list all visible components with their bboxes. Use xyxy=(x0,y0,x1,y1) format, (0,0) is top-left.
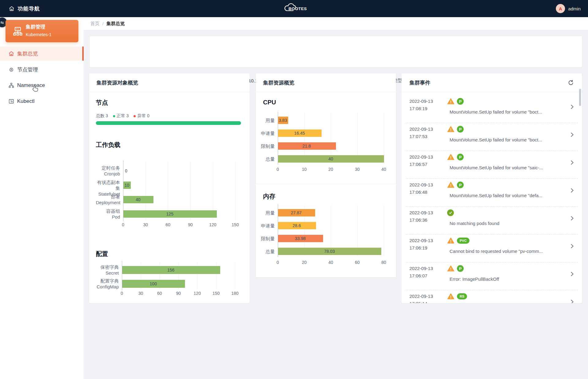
sidebar-item-集群总览[interactable]: 集群总览 xyxy=(0,47,84,61)
x-tick-label: 0 xyxy=(122,222,124,227)
chart-plot-area: 0102030403.8316.4521.840 xyxy=(278,111,384,177)
cluster-card-title: 集群管理 xyxy=(26,24,45,30)
divider xyxy=(256,92,396,92)
event-time: 17:06:36 xyxy=(409,217,427,223)
function-nav-button[interactable]: 功能导航 xyxy=(9,0,40,17)
nodes-legend: 总数 3 正常 3 异常 0 xyxy=(96,113,149,119)
warning-icon xyxy=(447,237,454,244)
workload-heading: 工作负载 xyxy=(96,141,120,149)
x-tick-label: 90 xyxy=(176,291,181,296)
cluster-tree-icon xyxy=(12,26,23,38)
category-label: 配置字典ConfigMap xyxy=(96,278,119,290)
cluster-card[interactable]: 集群管理 Kubernetes-1 xyxy=(6,20,78,42)
divider xyxy=(89,92,250,92)
event-row[interactable]: 2022-09-1317:06:57PMountVolume.SetUp fai… xyxy=(406,151,578,179)
normal-dot xyxy=(113,115,115,117)
x-tick-label: 60 xyxy=(166,222,171,227)
cluster-card-subtitle: Kubernetes-1 xyxy=(26,32,51,37)
sidebar-item-节点管理[interactable]: 节点管理 xyxy=(0,62,84,77)
category-label: 限制量 xyxy=(259,236,275,242)
event-icons: RS xyxy=(447,293,467,300)
sidebar-item-Namespace[interactable]: Namespace xyxy=(0,78,84,92)
event-icons xyxy=(447,209,454,216)
event-time: 17:08:19 xyxy=(409,106,427,111)
event-icons: P xyxy=(447,98,464,105)
gridline xyxy=(235,162,236,220)
chevron-right-icon[interactable] xyxy=(570,243,574,250)
x-tick-label: 60 xyxy=(157,291,162,296)
home-icon xyxy=(9,6,15,12)
event-row[interactable]: 2022-09-1317:05:14RS xyxy=(406,290,578,303)
x-tick-label: 40 xyxy=(328,260,333,265)
breadcrumb-home[interactable]: 首页 xyxy=(90,21,100,27)
brand-text: BOOTES xyxy=(288,6,307,11)
terminal-icon xyxy=(8,98,14,104)
event-row[interactable]: 2022-09-1317:06:07PError: ImagePullBackO… xyxy=(406,262,578,290)
bar-value-label: 16.45 xyxy=(294,131,305,136)
chevron-right-icon[interactable] xyxy=(570,271,574,278)
chevron-right-icon[interactable] xyxy=(570,299,574,303)
x-tick-label: 90 xyxy=(188,222,193,227)
cpu-heading: CPU xyxy=(263,99,276,106)
event-time: 17:05:14 xyxy=(409,301,427,303)
sidebar-menu: 集群总览节点管理NamespaceKubectl xyxy=(0,47,84,110)
sidebar-item-label: Namespace xyxy=(17,82,45,88)
event-icons: P xyxy=(447,265,464,272)
bar-value-label: 40 xyxy=(328,156,333,161)
bar-value-label: 100 xyxy=(150,281,157,286)
events-title: 集群事件 xyxy=(409,79,430,86)
refresh-icon xyxy=(568,81,574,87)
event-message: MountVolume.SetUp failed for volume "sai… xyxy=(450,165,569,170)
x-tick-label: 0 xyxy=(277,260,279,265)
warning-icon xyxy=(447,182,454,188)
chevron-right-icon[interactable] xyxy=(570,132,574,139)
pod-badge: P xyxy=(457,154,464,160)
events-panel: 集群事件 2022-09-1317:08:19PMountVolume.SetU… xyxy=(401,73,582,303)
category-label: 总量 xyxy=(259,156,275,162)
chevron-right-icon[interactable] xyxy=(570,188,574,194)
sidebar: ⇆ 集群管理 Kubernetes-1 集群总览节点管理NamespaceKub… xyxy=(0,17,84,379)
event-message: MountVolume.SetUp failed for volume "boc… xyxy=(450,109,569,114)
sidebar-item-label: Kubectl xyxy=(17,98,35,104)
workload-chart: 030609012015001040125定时任务Cronjob有状态副本集St… xyxy=(96,159,243,233)
bar-value-label: 33.98 xyxy=(295,236,306,241)
user-menu[interactable]: A admin xyxy=(556,0,581,17)
top-bar: 功能导航 BOOTES A admin xyxy=(0,0,588,17)
refresh-button[interactable] xyxy=(568,80,574,87)
x-tick-label: 20 xyxy=(302,260,307,265)
event-message: MountVolume.SetUp failed for volume "boc… xyxy=(450,137,569,142)
event-date: 2022-09-13 xyxy=(409,99,433,104)
cpu-chart: 0102030403.8316.4521.840用量申请量限制量总量 xyxy=(259,111,392,177)
event-row[interactable]: 2022-09-1317:07:53PMountVolume.SetUp fai… xyxy=(406,123,578,151)
event-date: 2022-09-13 xyxy=(409,210,433,215)
chevron-right-icon[interactable] xyxy=(570,216,574,222)
event-message: Cannot bind to requested volume "pv-comm… xyxy=(450,249,569,254)
event-message: No matching pods found xyxy=(450,221,569,226)
bar-value-label: 125 xyxy=(166,212,173,216)
event-icons: P xyxy=(447,182,464,188)
nodes-total: 总数 3 xyxy=(96,113,108,119)
nodes-heading: 节点 xyxy=(96,99,108,107)
bar-value-label: 21.8 xyxy=(303,144,311,148)
breadcrumb-current: 集群总览 xyxy=(106,21,125,27)
x-tick-label: 150 xyxy=(213,291,220,296)
events-scrollbar[interactable] xyxy=(579,89,581,106)
gridline xyxy=(235,262,235,289)
event-row[interactable]: 2022-09-1317:06:48PMountVolume.SetUp fai… xyxy=(406,178,578,207)
sidebar-item-Kubectl[interactable]: Kubectl xyxy=(0,94,84,108)
config-heading: 配置 xyxy=(96,250,108,258)
events-list: 2022-09-1317:08:19PMountVolume.SetUp fai… xyxy=(401,92,582,303)
event-row[interactable]: 2022-09-1317:06:36No matching pods found xyxy=(406,206,578,235)
breadcrumb: 首页 / 集群总览 xyxy=(84,17,588,30)
event-date: 2022-09-13 xyxy=(409,154,433,159)
memory-chart: 02040608027.8728.633.9878.03用量申请量限制量总量 xyxy=(259,204,392,269)
x-tick-label: 0 xyxy=(277,167,279,172)
event-row[interactable]: 2022-09-1317:06:19PVCCannot bind to requ… xyxy=(406,234,578,262)
x-tick-label: 30 xyxy=(355,167,360,172)
event-date: 2022-09-13 xyxy=(409,126,433,132)
chevron-right-icon[interactable] xyxy=(570,104,574,111)
chevron-right-icon[interactable] xyxy=(570,160,574,167)
x-tick-label: 30 xyxy=(138,291,143,296)
collapse-arrows-icon: ⇆ xyxy=(1,20,4,25)
event-row[interactable]: 2022-09-1317:08:19PMountVolume.SetUp fai… xyxy=(406,95,578,123)
